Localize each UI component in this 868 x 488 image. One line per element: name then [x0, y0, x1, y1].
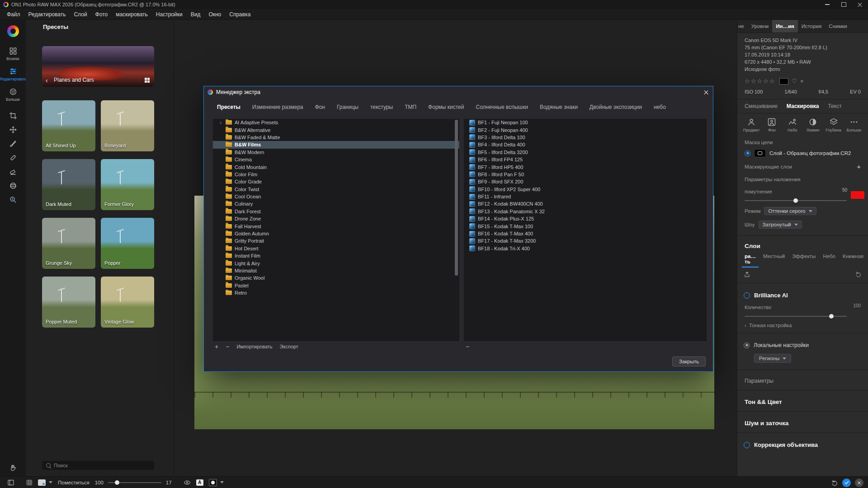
slider-thumb[interactable] [115, 480, 119, 485]
preset-row[interactable]: BF9 - Ilford SFX 200 [464, 178, 707, 185]
mask-tool-depth[interactable]: Глубина [824, 117, 843, 132]
preset-thumbnail[interactable]: Vintage Glow [101, 277, 154, 328]
cancel-button[interactable] [855, 479, 863, 487]
mask-tool-subject[interactable]: Предмет [742, 117, 761, 132]
layers-tab[interactable]: Эффекты [789, 252, 818, 267]
preset-row[interactable]: BF13 - Kodak Panatomic X 32 [464, 208, 707, 215]
add-masking-layer-button[interactable]: + [857, 164, 861, 169]
folder-row[interactable]: Cool Ocean [213, 193, 459, 200]
minimize-button[interactable] [819, 0, 835, 9]
dialog-tab[interactable]: Солнечные вспышки [470, 104, 533, 110]
layers-tab[interactable]: Местный [760, 252, 788, 267]
mask-mode-tab[interactable]: Смешивание [745, 103, 778, 109]
lens-correction-section[interactable]: Коррекция объектива [737, 437, 868, 450]
dialog-tab[interactable]: Двойные экспозиции [584, 104, 648, 110]
zoom-100-button[interactable]: 100 [95, 480, 104, 485]
chevron-down-icon[interactable] [49, 481, 52, 483]
dialog-tab[interactable]: текстуры [364, 104, 399, 110]
preset-thumbnail[interactable]: Grunge Sky [42, 218, 95, 269]
panel-tab[interactable]: Снимки [825, 20, 850, 33]
mask-view-icon[interactable] [209, 479, 217, 486]
sidebar-item-edit[interactable]: Редактировать [0, 67, 26, 81]
eraser-tool[interactable] [9, 168, 17, 176]
folder-row[interactable]: B&W Faded & Matte [213, 134, 459, 141]
preset-row[interactable]: BF17 - Kodak T-Max 3200 [464, 237, 707, 244]
menu-item[interactable]: Редактировать [24, 9, 70, 20]
panel-tab[interactable]: Ин…ия [772, 20, 798, 33]
preset-thumbnail[interactable]: Former Glory [101, 159, 154, 210]
preset-thumbnail[interactable]: All Shined Up [42, 100, 95, 151]
show-dropdown[interactable]: Затронутый [759, 221, 802, 229]
crop-tool[interactable] [9, 112, 17, 120]
preset-row[interactable]: BF5 - Ilford Delta 3200 [464, 149, 707, 156]
panel-tab[interactable]: История [798, 20, 826, 33]
preset-thumbnail[interactable]: Popper Muted [42, 277, 95, 328]
export-icon[interactable] [744, 271, 750, 278]
remove-preset-button[interactable]: − [466, 343, 469, 350]
heart-icon[interactable]: ♡ [792, 78, 797, 84]
mode-dropdown[interactable]: Оттенки серого [764, 207, 816, 215]
show-original-icon[interactable]: A [196, 479, 203, 486]
preset-thumbnail[interactable]: Dark Muted [42, 159, 95, 210]
slider-thumb[interactable] [829, 314, 834, 319]
folder-row[interactable]: Gritty Portrait [213, 237, 459, 244]
folder-row[interactable]: Pastel [213, 282, 459, 289]
preset-row[interactable]: BF10 - Ilford XP2 Super 400 [464, 186, 707, 193]
preset-row[interactable]: BF2 - Fuji Neopan 400 [464, 126, 707, 133]
star-icon[interactable]: ☆ [751, 78, 757, 84]
fine-tune-row[interactable]: › Тонкая настройка [737, 319, 868, 329]
dialog-close-icon[interactable] [704, 90, 708, 94]
layers-tab[interactable]: Небо [820, 252, 838, 267]
preset-row[interactable]: BF1 - Fuji Neopan 100 [464, 119, 707, 126]
expand-arrow-icon[interactable]: › [218, 120, 223, 125]
export-button[interactable]: Экспорт [280, 343, 298, 350]
mask-target-row[interactable]: Слой - Образец фотографии.CR2 [737, 147, 868, 160]
folder-row[interactable]: Color Film [213, 171, 459, 178]
heal-tool[interactable] [9, 154, 17, 162]
preset-row[interactable]: BF15 - Kodak T-Max 100 [464, 222, 707, 230]
close-dialog-button[interactable]: Закрыть [672, 357, 706, 366]
dialog-tab[interactable]: Формы кистей [422, 104, 470, 110]
panel-tab[interactable]: Уровни [748, 20, 772, 33]
menu-item[interactable]: Фото [91, 9, 112, 20]
dialog-tab[interactable]: небо [648, 104, 672, 110]
folder-row[interactable]: B&W Films [213, 141, 459, 148]
menu-item[interactable]: Справка [225, 9, 255, 20]
back-chevron-icon[interactable]: ‹ [46, 77, 48, 84]
menu-item[interactable]: Вид [187, 9, 205, 20]
add-folder-button[interactable]: + [215, 343, 218, 350]
grid-overlay-icon[interactable] [26, 479, 33, 486]
menu-item[interactable]: Слой [70, 9, 91, 20]
menu-item[interactable]: Настройки [152, 9, 187, 20]
folder-row[interactable]: Hot Desert [213, 245, 459, 252]
folder-row[interactable]: Cold Mountain [213, 163, 459, 170]
remove-folder-button[interactable]: − [226, 343, 229, 350]
menu-item[interactable]: маскировать [112, 9, 152, 20]
folder-row[interactable]: ›AI Adaptive Presets [213, 119, 459, 126]
tone-color-section[interactable]: Тон && Цвет [737, 394, 868, 407]
sidebar-item-more[interactable]: Больше [0, 88, 26, 102]
folder-row[interactable]: Cinema [213, 156, 459, 163]
dialog-tab[interactable]: Изменение размера [246, 104, 309, 110]
close-button[interactable] [852, 0, 868, 9]
sphere-tool[interactable] [9, 182, 17, 190]
color-label-swatch[interactable] [779, 78, 788, 84]
folder-row[interactable]: Culinary [213, 200, 459, 207]
reject-icon[interactable]: × [800, 78, 804, 84]
on1-logo-icon[interactable] [7, 25, 19, 37]
apply-button[interactable] [842, 479, 851, 487]
folder-row[interactable]: Fall Harvest [213, 222, 459, 230]
folder-row[interactable]: B&W Modern [213, 149, 459, 156]
preset-row[interactable]: BF16 - Kodak T-Max 400 [464, 230, 707, 237]
mask-tool-background[interactable]: Фон [762, 117, 781, 132]
search-input[interactable]: Поиск [42, 461, 154, 470]
preset-row[interactable]: BF7 - Ilford HP5 400 [464, 163, 707, 170]
preset-row[interactable]: BF6 - Ilford FP4 125 [464, 156, 707, 163]
preset-category-card[interactable]: ‹ Planes and Cars [42, 46, 154, 87]
folder-row[interactable]: Instant Film [213, 252, 459, 259]
folder-row[interactable]: Minimalist [213, 267, 459, 274]
folder-row[interactable]: Retro [213, 289, 459, 296]
fit-button[interactable]: Поместиться [58, 480, 90, 485]
chevron-down-icon[interactable] [220, 481, 224, 483]
star-icon[interactable]: ☆ [769, 78, 776, 84]
